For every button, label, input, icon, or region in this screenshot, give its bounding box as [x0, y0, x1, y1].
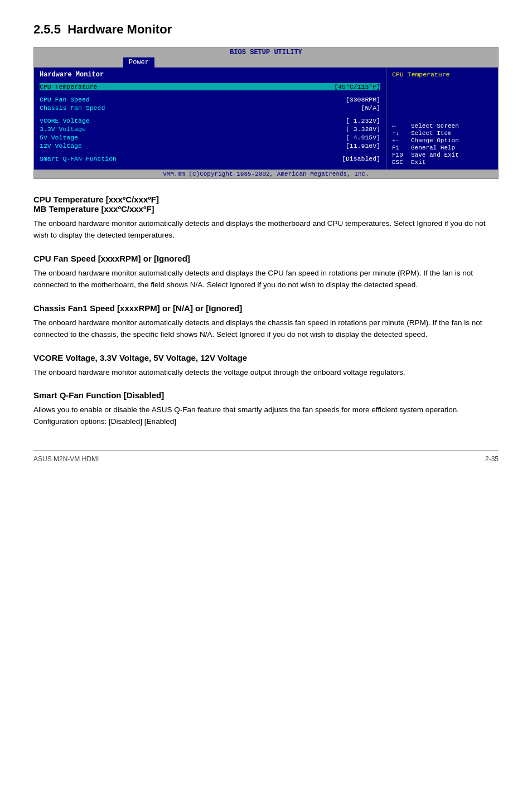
bios-row-5v: 5V Voltage [ 4.915V] [40, 134, 380, 141]
bios-help-key-updown: ↑↓ [392, 130, 408, 137]
bios-help-desc-select-item: Select Item [411, 130, 452, 137]
bios-value-cpu-fan: [3308RPM] [346, 96, 380, 103]
section-title: 2.5.5 Hardware Monitor [33, 22, 499, 37]
bios-label-smart-fan: Smart Q-FAN Function [40, 155, 117, 162]
subsection-body-voltage: The onboard hardware monitor automatical… [33, 367, 499, 379]
subsection-body-chassis-fan: The onboard hardware monitor automatical… [33, 317, 499, 341]
page-footer: ASUS M2N-VM HDMI 2-35 [33, 450, 499, 463]
bios-label-vcore: VCORE Voltage [40, 117, 90, 124]
bios-row-chassis-fan: Chassis Fan Speed [N/A] [40, 104, 380, 112]
bios-help-desc-change-option: Change Option [411, 137, 459, 144]
bios-help-key-plusminus: +- [392, 137, 408, 144]
bios-tab-power: Power [123, 57, 154, 67]
bios-value-vcore: [ 1.232V] [346, 117, 380, 124]
bios-row-cpu-temp: CPU Temperature [45°C/113°F] [40, 83, 380, 90]
bios-row-smart-fan: Smart Q-FAN Function [Disabled] [40, 155, 380, 162]
subsection-title-cpu-temp: CPU Temperature [xxxºC/xxxºF]MB Temperat… [33, 195, 499, 214]
bios-label-12v: 12V Voltage [40, 142, 82, 149]
footer-right: 2-35 [485, 455, 499, 463]
subsection-smart-fan: Smart Q-Fan Function [Disabled] Allows y… [33, 390, 499, 428]
bios-help-row-arrows: ↔ Select Screen [392, 123, 492, 129]
bios-left-panel: Hardware Monitor CPU Temperature [45°C/1… [34, 67, 386, 170]
bios-row-3v3: 3.3V Voltage [ 3.328V] [40, 125, 380, 133]
bios-help-row-f1: F1 General Help [392, 144, 492, 151]
subsection-voltage: VCORE Voltage, 3.3V Voltage, 5V Voltage,… [33, 353, 499, 379]
bios-body: Hardware Monitor CPU Temperature [45°C/1… [34, 67, 498, 170]
bios-value-5v: [ 4.915V] [346, 134, 380, 141]
bios-help-desc-exit: Exit [411, 159, 425, 166]
bios-label-chassis-fan: Chassis Fan Speed [40, 104, 105, 112]
bios-tab-row: Power [34, 57, 498, 67]
subsection-title-cpu-fan: CPU Fan Speed [xxxxRPM] or [Ignored] [33, 254, 499, 263]
bios-help-desc-select-screen: Select Screen [411, 123, 459, 129]
bios-help-section: ↔ Select Screen ↑↓ Select Item +- Change… [392, 123, 492, 166]
section-heading-text: Hardware Monitor [67, 22, 172, 36]
bios-help-row-updown: ↑↓ Select Item [392, 130, 492, 137]
section-number: 2.5.5 [33, 22, 61, 36]
subsection-title-voltage: VCORE Voltage, 3.3V Voltage, 5V Voltage,… [33, 353, 499, 363]
subsection-cpu-fan: CPU Fan Speed [xxxxRPM] or [Ignored] The… [33, 254, 499, 291]
bios-help-key-f10: F10 [392, 152, 408, 158]
bios-row-cpu-fan: CPU Fan Speed [3308RPM] [40, 96, 380, 103]
subsection-body-cpu-fan: The onboard hardware monitor automatical… [33, 268, 499, 291]
bios-left-title: Hardware Monitor [40, 71, 380, 79]
bios-header: BIOS SETUP UTILITY [34, 47, 498, 57]
bios-help-row-f10: F10 Save and Exit [392, 152, 492, 158]
bios-value-3v3: [ 3.328V] [346, 125, 380, 133]
subsection-title-chassis-fan: Chassis Fan1 Speed [xxxxRPM] or [N/A] or… [33, 303, 499, 313]
bios-value-cpu-temp: [45°C/113°F] [334, 83, 380, 90]
bios-help-desc-save-exit: Save and Exit [411, 152, 459, 158]
subsection-chassis-fan: Chassis Fan1 Speed [xxxxRPM] or [N/A] or… [33, 303, 499, 341]
bios-label-cpu-fan: CPU Fan Speed [40, 96, 90, 103]
bios-row-12v: 12V Voltage [11.916V] [40, 142, 380, 149]
subsection-body-smart-fan: Allows you to enable or disable the ASUS… [33, 404, 499, 428]
subsection-cpu-temp: CPU Temperature [xxxºC/xxxºF]MB Temperat… [33, 195, 499, 241]
footer-left: ASUS M2N-VM HDMI [33, 455, 99, 463]
bios-help-row-esc: ESC Exit [392, 159, 492, 166]
subsection-title-smart-fan: Smart Q-Fan Function [Disabled] [33, 390, 499, 400]
subsection-body-cpu-temp: The onboard hardware monitor automatical… [33, 218, 499, 241]
bios-screen: BIOS SETUP UTILITY Power Hardware Monito… [33, 47, 499, 179]
bios-header-title: BIOS SETUP UTILITY [230, 49, 302, 56]
bios-label-3v3: 3.3V Voltage [40, 125, 86, 133]
bios-help-desc-general-help: General Help [411, 144, 455, 151]
bios-value-smart-fan: [Disabled] [342, 155, 380, 162]
bios-right-title: CPU Temperature [392, 71, 492, 78]
bios-right-panel: CPU Temperature ↔ Select Screen ↑↓ Selec… [386, 67, 498, 170]
bios-help-key-f1: F1 [392, 144, 408, 151]
bios-label-cpu-temp: CPU Temperature [40, 83, 98, 90]
bios-value-chassis-fan: [N/A] [361, 104, 380, 112]
bios-row-vcore: VCORE Voltage [ 1.232V] [40, 117, 380, 124]
bios-help-row-plusminus: +- Change Option [392, 137, 492, 144]
bios-help-key-esc: ESC [392, 159, 408, 166]
bios-footer: vMM.mm (C)Copyright 1985-2002, American … [34, 170, 498, 178]
bios-help-key-arrows: ↔ [392, 123, 408, 129]
bios-label-5v: 5V Voltage [40, 134, 78, 141]
bios-value-12v: [11.916V] [346, 142, 380, 149]
